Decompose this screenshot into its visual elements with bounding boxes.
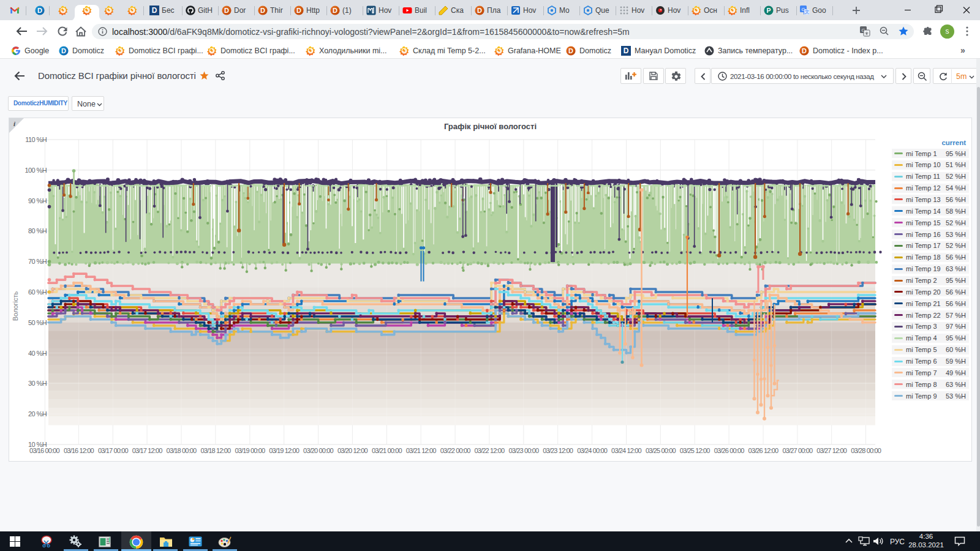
svg-text:03/26 00:00: 03/26 00:00 <box>714 447 744 454</box>
svg-text:03/18 12:00: 03/18 12:00 <box>201 447 231 454</box>
svg-text:03/24 12:00: 03/24 12:00 <box>611 447 641 454</box>
svg-text:03/19 12:00: 03/19 12:00 <box>269 447 299 454</box>
svg-text:90 %H: 90 %H <box>28 197 47 204</box>
svg-text:03/25 00:00: 03/25 00:00 <box>646 447 676 454</box>
svg-text:50 %H: 50 %H <box>28 319 47 326</box>
svg-text:03/21 12:00: 03/21 12:00 <box>406 447 436 454</box>
svg-text:20 %H: 20 %H <box>28 410 47 418</box>
svg-text:30 %H: 30 %H <box>28 380 47 387</box>
svg-text:03/23 00:00: 03/23 00:00 <box>508 447 538 454</box>
svg-text:40 %H: 40 %H <box>28 350 47 357</box>
svg-text:03/17 12:00: 03/17 12:00 <box>132 447 162 454</box>
svg-text:03/21 00:00: 03/21 00:00 <box>372 447 402 454</box>
svg-text:03/20 00:00: 03/20 00:00 <box>303 447 333 454</box>
svg-text:80 %H: 80 %H <box>28 227 47 234</box>
svg-text:60 %H: 60 %H <box>28 288 47 296</box>
svg-text:03/16 00:00: 03/16 00:00 <box>29 447 59 454</box>
svg-text:03/27 00:00: 03/27 00:00 <box>783 447 813 454</box>
svg-text:03/20 12:00: 03/20 12:00 <box>337 447 368 454</box>
svg-text:70 %H: 70 %H <box>28 258 47 265</box>
svg-text:03/23 12:00: 03/23 12:00 <box>543 447 573 454</box>
svg-text:110 %H: 110 %H <box>25 136 47 143</box>
svg-text:03/22 00:00: 03/22 00:00 <box>440 447 470 454</box>
svg-text:03/19 00:00: 03/19 00:00 <box>235 447 265 454</box>
svg-text:03/27 12:00: 03/27 12:00 <box>816 447 846 454</box>
svg-text:03/26 12:00: 03/26 12:00 <box>748 447 778 454</box>
svg-text:03/18 00:00: 03/18 00:00 <box>167 447 197 454</box>
svg-text:03/16 12:00: 03/16 12:00 <box>64 447 94 454</box>
svg-text:03/17 00:00: 03/17 00:00 <box>98 447 128 454</box>
svg-text:03/28 00:00: 03/28 00:00 <box>851 447 881 454</box>
svg-text:Вологість: Вологість <box>12 291 19 321</box>
svg-text:03/24 00:00: 03/24 00:00 <box>577 447 607 454</box>
svg-text:03/25 12:00: 03/25 12:00 <box>680 447 710 454</box>
svg-text:100 %H: 100 %H <box>24 167 47 174</box>
svg-text:03/22 12:00: 03/22 12:00 <box>475 447 505 454</box>
